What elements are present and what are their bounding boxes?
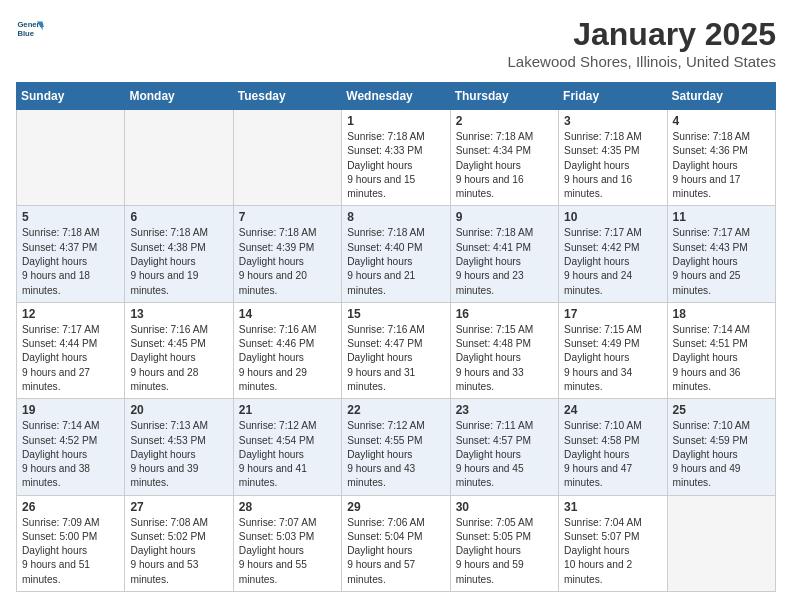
day-number: 3 [564, 114, 661, 128]
calendar-table: SundayMondayTuesdayWednesdayThursdayFrid… [16, 82, 776, 592]
calendar-cell: 2Sunrise: 7:18 AMSunset: 4:34 PMDaylight… [450, 110, 558, 206]
day-info: Sunrise: 7:18 AMSunset: 4:41 PMDaylight … [456, 226, 553, 297]
calendar-cell: 25Sunrise: 7:10 AMSunset: 4:59 PMDayligh… [667, 399, 775, 495]
day-number: 14 [239, 307, 336, 321]
day-info: Sunrise: 7:10 AMSunset: 4:58 PMDaylight … [564, 419, 661, 490]
day-number: 19 [22, 403, 119, 417]
calendar-cell: 27Sunrise: 7:08 AMSunset: 5:02 PMDayligh… [125, 495, 233, 591]
calendar-cell: 29Sunrise: 7:06 AMSunset: 5:04 PMDayligh… [342, 495, 450, 591]
day-number: 2 [456, 114, 553, 128]
day-number: 1 [347, 114, 444, 128]
calendar-cell: 23Sunrise: 7:11 AMSunset: 4:57 PMDayligh… [450, 399, 558, 495]
day-number: 9 [456, 210, 553, 224]
day-info: Sunrise: 7:12 AMSunset: 4:54 PMDaylight … [239, 419, 336, 490]
day-info: Sunrise: 7:16 AMSunset: 4:46 PMDaylight … [239, 323, 336, 394]
col-header-saturday: Saturday [667, 83, 775, 110]
calendar-cell: 10Sunrise: 7:17 AMSunset: 4:42 PMDayligh… [559, 206, 667, 302]
day-number: 17 [564, 307, 661, 321]
day-info: Sunrise: 7:09 AMSunset: 5:00 PMDaylight … [22, 516, 119, 587]
day-number: 12 [22, 307, 119, 321]
day-number: 20 [130, 403, 227, 417]
day-info: Sunrise: 7:06 AMSunset: 5:04 PMDaylight … [347, 516, 444, 587]
day-info: Sunrise: 7:18 AMSunset: 4:35 PMDaylight … [564, 130, 661, 201]
logo: General Blue [16, 16, 48, 44]
day-number: 22 [347, 403, 444, 417]
week-row-1: 1Sunrise: 7:18 AMSunset: 4:33 PMDaylight… [17, 110, 776, 206]
day-number: 28 [239, 500, 336, 514]
day-info: Sunrise: 7:11 AMSunset: 4:57 PMDaylight … [456, 419, 553, 490]
day-number: 27 [130, 500, 227, 514]
day-info: Sunrise: 7:04 AMSunset: 5:07 PMDaylight … [564, 516, 661, 587]
location-title: Lakewood Shores, Illinois, United States [508, 53, 776, 70]
day-info: Sunrise: 7:15 AMSunset: 4:48 PMDaylight … [456, 323, 553, 394]
day-number: 25 [673, 403, 770, 417]
day-number: 23 [456, 403, 553, 417]
day-info: Sunrise: 7:18 AMSunset: 4:34 PMDaylight … [456, 130, 553, 201]
day-info: Sunrise: 7:07 AMSunset: 5:03 PMDaylight … [239, 516, 336, 587]
calendar-cell: 7Sunrise: 7:18 AMSunset: 4:39 PMDaylight… [233, 206, 341, 302]
week-row-5: 26Sunrise: 7:09 AMSunset: 5:00 PMDayligh… [17, 495, 776, 591]
week-row-4: 19Sunrise: 7:14 AMSunset: 4:52 PMDayligh… [17, 399, 776, 495]
calendar-cell: 17Sunrise: 7:15 AMSunset: 4:49 PMDayligh… [559, 302, 667, 398]
calendar-cell: 1Sunrise: 7:18 AMSunset: 4:33 PMDaylight… [342, 110, 450, 206]
day-info: Sunrise: 7:18 AMSunset: 4:40 PMDaylight … [347, 226, 444, 297]
day-number: 4 [673, 114, 770, 128]
col-header-tuesday: Tuesday [233, 83, 341, 110]
day-number: 24 [564, 403, 661, 417]
calendar-cell [667, 495, 775, 591]
calendar-cell: 22Sunrise: 7:12 AMSunset: 4:55 PMDayligh… [342, 399, 450, 495]
day-info: Sunrise: 7:18 AMSunset: 4:38 PMDaylight … [130, 226, 227, 297]
calendar-cell: 26Sunrise: 7:09 AMSunset: 5:00 PMDayligh… [17, 495, 125, 591]
calendar-cell [17, 110, 125, 206]
day-info: Sunrise: 7:18 AMSunset: 4:36 PMDaylight … [673, 130, 770, 201]
logo-icon: General Blue [16, 16, 44, 44]
day-number: 13 [130, 307, 227, 321]
calendar-cell: 6Sunrise: 7:18 AMSunset: 4:38 PMDaylight… [125, 206, 233, 302]
day-number: 6 [130, 210, 227, 224]
day-number: 26 [22, 500, 119, 514]
calendar-cell: 15Sunrise: 7:16 AMSunset: 4:47 PMDayligh… [342, 302, 450, 398]
calendar-cell: 21Sunrise: 7:12 AMSunset: 4:54 PMDayligh… [233, 399, 341, 495]
calendar-cell: 9Sunrise: 7:18 AMSunset: 4:41 PMDaylight… [450, 206, 558, 302]
day-info: Sunrise: 7:18 AMSunset: 4:37 PMDaylight … [22, 226, 119, 297]
day-number: 30 [456, 500, 553, 514]
day-info: Sunrise: 7:10 AMSunset: 4:59 PMDaylight … [673, 419, 770, 490]
day-info: Sunrise: 7:16 AMSunset: 4:45 PMDaylight … [130, 323, 227, 394]
calendar-cell: 14Sunrise: 7:16 AMSunset: 4:46 PMDayligh… [233, 302, 341, 398]
calendar-cell: 16Sunrise: 7:15 AMSunset: 4:48 PMDayligh… [450, 302, 558, 398]
calendar-cell [233, 110, 341, 206]
day-info: Sunrise: 7:17 AMSunset: 4:42 PMDaylight … [564, 226, 661, 297]
col-header-thursday: Thursday [450, 83, 558, 110]
calendar-cell: 31Sunrise: 7:04 AMSunset: 5:07 PMDayligh… [559, 495, 667, 591]
day-number: 18 [673, 307, 770, 321]
calendar-cell: 19Sunrise: 7:14 AMSunset: 4:52 PMDayligh… [17, 399, 125, 495]
day-info: Sunrise: 7:18 AMSunset: 4:39 PMDaylight … [239, 226, 336, 297]
month-title: January 2025 [508, 16, 776, 53]
svg-text:Blue: Blue [17, 29, 34, 38]
calendar-cell: 8Sunrise: 7:18 AMSunset: 4:40 PMDaylight… [342, 206, 450, 302]
day-info: Sunrise: 7:15 AMSunset: 4:49 PMDaylight … [564, 323, 661, 394]
calendar-cell: 12Sunrise: 7:17 AMSunset: 4:44 PMDayligh… [17, 302, 125, 398]
col-header-wednesday: Wednesday [342, 83, 450, 110]
col-header-friday: Friday [559, 83, 667, 110]
calendar-cell: 3Sunrise: 7:18 AMSunset: 4:35 PMDaylight… [559, 110, 667, 206]
day-info: Sunrise: 7:17 AMSunset: 4:44 PMDaylight … [22, 323, 119, 394]
day-info: Sunrise: 7:18 AMSunset: 4:33 PMDaylight … [347, 130, 444, 201]
day-info: Sunrise: 7:05 AMSunset: 5:05 PMDaylight … [456, 516, 553, 587]
calendar-cell: 18Sunrise: 7:14 AMSunset: 4:51 PMDayligh… [667, 302, 775, 398]
page-header: General Blue January 2025 Lakewood Shore… [16, 16, 776, 70]
day-number: 15 [347, 307, 444, 321]
day-info: Sunrise: 7:08 AMSunset: 5:02 PMDaylight … [130, 516, 227, 587]
day-info: Sunrise: 7:14 AMSunset: 4:52 PMDaylight … [22, 419, 119, 490]
day-number: 11 [673, 210, 770, 224]
calendar-cell: 20Sunrise: 7:13 AMSunset: 4:53 PMDayligh… [125, 399, 233, 495]
week-row-3: 12Sunrise: 7:17 AMSunset: 4:44 PMDayligh… [17, 302, 776, 398]
col-header-sunday: Sunday [17, 83, 125, 110]
day-info: Sunrise: 7:13 AMSunset: 4:53 PMDaylight … [130, 419, 227, 490]
day-number: 5 [22, 210, 119, 224]
day-number: 29 [347, 500, 444, 514]
calendar-cell: 28Sunrise: 7:07 AMSunset: 5:03 PMDayligh… [233, 495, 341, 591]
day-info: Sunrise: 7:14 AMSunset: 4:51 PMDaylight … [673, 323, 770, 394]
day-number: 16 [456, 307, 553, 321]
calendar-cell [125, 110, 233, 206]
